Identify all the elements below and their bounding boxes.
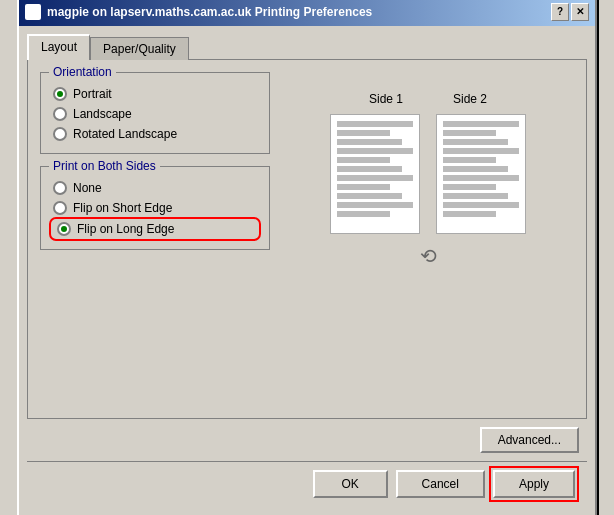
line	[337, 193, 402, 199]
page-side2	[436, 114, 526, 234]
print-both-sides-options: None Flip on Short Edge Flip on Long Edg…	[53, 181, 257, 237]
line	[443, 211, 496, 217]
page-side1	[330, 114, 420, 234]
radio-flip-long-edge-label: Flip on Long Edge	[77, 222, 174, 236]
line	[337, 139, 402, 145]
line	[337, 121, 413, 127]
side2-label: Side 2	[453, 92, 487, 106]
close-button[interactable]: ✕	[571, 3, 589, 21]
advanced-button[interactable]: Advanced...	[480, 427, 579, 453]
print-both-sides-group: Print on Both Sides None Flip on Short E…	[40, 166, 270, 250]
line	[337, 202, 413, 208]
line	[337, 211, 390, 217]
orientation-options: Portrait Landscape Rotated Landscape	[53, 87, 257, 141]
ok-button[interactable]: OK	[313, 470, 388, 498]
tab-bar: Layout Paper/Quality	[27, 34, 587, 60]
left-panel: Orientation Portrait Landscape Rotate	[40, 72, 270, 406]
side1-label: Side 1	[369, 92, 403, 106]
line	[443, 121, 519, 127]
radio-rotated-landscape[interactable]: Rotated Landscape	[53, 127, 257, 141]
line	[337, 148, 413, 154]
radio-flip-long-edge-circle	[57, 222, 71, 236]
line	[337, 166, 402, 172]
radio-landscape[interactable]: Landscape	[53, 107, 257, 121]
line	[443, 202, 519, 208]
tab-content: Orientation Portrait Landscape Rotate	[27, 59, 587, 419]
radio-portrait-circle	[53, 87, 67, 101]
titlebar: 🖨 magpie on lapserv.maths.cam.ac.uk Prin…	[19, 0, 595, 26]
radio-flip-short-edge[interactable]: Flip on Short Edge	[53, 201, 257, 215]
line	[443, 139, 508, 145]
line	[443, 166, 508, 172]
line	[443, 175, 519, 181]
window-body: Layout Paper/Quality Orientation Portrai…	[19, 26, 595, 516]
pages-preview	[330, 114, 526, 234]
radio-none[interactable]: None	[53, 181, 257, 195]
flip-icon: ⟲	[420, 244, 437, 268]
right-panel: Side 1 Side 2	[282, 72, 574, 406]
radio-portrait-label: Portrait	[73, 87, 112, 101]
line	[443, 184, 496, 190]
tab-layout[interactable]: Layout	[27, 34, 90, 60]
line	[337, 175, 413, 181]
radio-landscape-circle	[53, 107, 67, 121]
radio-flip-long-edge[interactable]: Flip on Long Edge	[53, 221, 257, 237]
main-window: 🖨 magpie on lapserv.maths.cam.ac.uk Prin…	[17, 0, 597, 515]
line	[443, 130, 496, 136]
radio-rotated-landscape-circle	[53, 127, 67, 141]
print-both-sides-label: Print on Both Sides	[49, 159, 160, 173]
sides-labels: Side 1 Side 2	[369, 92, 487, 106]
window-title: magpie on lapserv.maths.cam.ac.uk Printi…	[47, 5, 372, 19]
orientation-label: Orientation	[49, 65, 116, 79]
radio-none-circle	[53, 181, 67, 195]
radio-none-label: None	[73, 181, 102, 195]
orientation-group: Orientation Portrait Landscape Rotate	[40, 72, 270, 154]
radio-landscape-label: Landscape	[73, 107, 132, 121]
bottom-actions: Advanced...	[27, 419, 587, 457]
line	[443, 193, 508, 199]
radio-flip-short-edge-label: Flip on Short Edge	[73, 201, 172, 215]
line	[443, 157, 496, 163]
line	[337, 184, 390, 190]
titlebar-buttons: ? ✕	[551, 3, 589, 21]
radio-flip-short-edge-circle	[53, 201, 67, 215]
apply-button[interactable]: Apply	[493, 470, 575, 498]
line	[337, 130, 390, 136]
tab-paper-quality[interactable]: Paper/Quality	[90, 37, 189, 60]
printer-icon: 🖨	[25, 4, 41, 20]
radio-portrait[interactable]: Portrait	[53, 87, 257, 101]
radio-rotated-landscape-label: Rotated Landscape	[73, 127, 177, 141]
footer: OK Cancel Apply	[27, 461, 587, 510]
line	[337, 157, 390, 163]
help-button[interactable]: ?	[551, 3, 569, 21]
line	[443, 148, 519, 154]
cancel-button[interactable]: Cancel	[396, 470, 485, 498]
titlebar-left: 🖨 magpie on lapserv.maths.cam.ac.uk Prin…	[25, 4, 372, 20]
